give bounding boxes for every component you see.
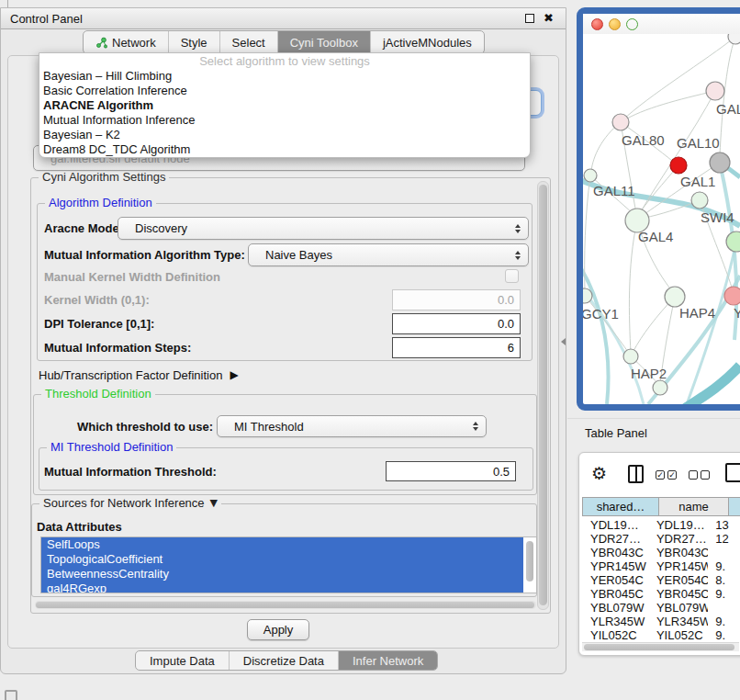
minimize-traffic-light[interactable] xyxy=(609,18,621,30)
tab-jactivemnodules-label: jActiveMNodules xyxy=(383,36,472,50)
aracne-mode-combo[interactable]: Discovery xyxy=(118,217,529,240)
algorithm-dropdown-list: Select algorithm to view settings Bayesi… xyxy=(39,52,531,158)
table-row[interactable]: YDR27… YDR27… 12 xyxy=(582,532,740,546)
float-panel-icon[interactable] xyxy=(525,14,534,23)
which-threshold-combo[interactable]: MI Threshold xyxy=(217,415,487,437)
spinner-arrows-icon xyxy=(515,224,521,233)
table-row[interactable]: YPR145W YPR145W 9. xyxy=(582,559,740,573)
tab-infer-network-label: Infer Network xyxy=(353,654,423,668)
control-panel-titlebar: Control Panel ✖ xyxy=(1,8,566,29)
mi-steps-field[interactable]: 6 xyxy=(392,337,521,358)
list-scrollbar-thumb[interactable] xyxy=(526,541,533,581)
tab-infer-network[interactable]: Infer Network xyxy=(338,651,437,670)
splitpane-handle-icon[interactable] xyxy=(561,338,566,345)
settings-scrollbar-thumb[interactable] xyxy=(539,185,547,605)
node-gal10[interactable] xyxy=(710,152,730,173)
close-traffic-light[interactable] xyxy=(591,18,603,30)
tab-style[interactable]: Style xyxy=(168,31,219,53)
mi-threshold-label: Mutual Information Threshold: xyxy=(44,460,217,482)
column-layout-icon[interactable] xyxy=(628,465,644,483)
dpi-tolerance-field[interactable]: 0.0 xyxy=(392,313,521,334)
manual-kernel-checkbox[interactable] xyxy=(505,269,519,283)
cell-value: 9. xyxy=(708,615,740,628)
dropdown-item[interactable]: Dream8 DC_TDC Algorithm xyxy=(39,142,530,157)
network-canvas[interactable]: GAL GAL80 GAL10 GAL11 GAL1 SWI4 GAL4 GCY… xyxy=(583,34,740,404)
node-red-selected[interactable] xyxy=(670,157,687,174)
sources-group-title: Sources for Network Inference xyxy=(43,496,205,511)
table-row[interactable]: YLR345W YLR345W 9. xyxy=(582,615,740,628)
table-row[interactable]: YBR045C YBR045C 9. xyxy=(582,587,740,601)
table-settings-gear-icon[interactable]: ⚙ xyxy=(591,463,607,483)
dropdown-item[interactable]: Mutual Information Inference xyxy=(39,113,530,128)
settings-hscrollbar-thumb[interactable] xyxy=(36,602,534,608)
table-row[interactable]: YBR043C YBR043C xyxy=(582,546,740,559)
tab-impute-data[interactable]: Impute Data xyxy=(136,651,229,670)
table-hscrollbar-thumb[interactable] xyxy=(584,644,734,650)
cell-shared-name: YER054C xyxy=(582,573,648,587)
apply-button[interactable]: Apply xyxy=(247,619,309,640)
kernel-width-field[interactable]: 0.0 xyxy=(392,289,521,310)
tab-discretize-data[interactable]: Discretize Data xyxy=(229,651,338,670)
divider-line xyxy=(567,418,740,419)
node-gal11[interactable] xyxy=(584,169,597,182)
column-header-partial[interactable]: A xyxy=(729,497,740,516)
minimized-panel-icon[interactable] xyxy=(5,690,17,700)
select-all-columns-icon[interactable]: ✓ ✓ xyxy=(656,470,677,480)
expand-arrow-icon[interactable]: ▶ xyxy=(230,368,238,381)
unchecked-box-icon xyxy=(701,470,710,480)
node-unlabeled[interactable] xyxy=(728,34,740,44)
cell-shared-name: YPR145W xyxy=(582,559,648,573)
node-label: GAL10 xyxy=(677,135,720,151)
node-unlabeled[interactable] xyxy=(653,380,667,395)
node-gal80[interactable] xyxy=(612,114,629,130)
node-swi4[interactable] xyxy=(726,231,740,252)
dropdown-item[interactable]: Bayesian – K2 xyxy=(39,128,530,142)
close-icon[interactable]: ✖ xyxy=(544,11,554,25)
tab-jactivemnodules[interactable]: jActiveMNodules xyxy=(370,31,484,53)
cell-name: YBL079W xyxy=(648,601,708,615)
hub-definition-row[interactable]: Hub/Transcription Factor Definition ▶ xyxy=(39,367,239,383)
cell-value: 8. xyxy=(708,573,740,587)
column-header-shared-name[interactable]: shared… xyxy=(582,497,659,516)
collapse-arrow-icon[interactable]: ▼ xyxy=(210,496,218,511)
tab-cyni-toolbox[interactable]: Cyni Toolbox xyxy=(277,31,370,53)
control-panel-tabs: Network Style Select Cyni Toolbox jActiv… xyxy=(83,30,485,54)
node-gal-partial[interactable] xyxy=(706,82,724,100)
list-item[interactable]: BetweennessCentrality xyxy=(41,567,523,581)
table-row[interactable]: YDL19… YDL19… 13 xyxy=(582,518,740,532)
apply-button-label: Apply xyxy=(263,623,294,637)
node-gal1[interactable] xyxy=(691,192,708,209)
cell-name: YDL19… xyxy=(648,518,708,532)
dropdown-item[interactable]: Bayesian – Hill Climbing xyxy=(39,69,530,84)
node-hap2[interactable] xyxy=(623,349,638,364)
node-gcy1[interactable] xyxy=(583,288,592,303)
zoom-traffic-light[interactable] xyxy=(626,18,638,30)
table-row[interactable]: YER054C YER054C 8. xyxy=(582,573,740,587)
list-item[interactable]: gal4RGexp xyxy=(41,581,523,593)
node-label: GAL xyxy=(716,101,740,117)
column-header-name[interactable]: name xyxy=(659,497,729,516)
table-row[interactable]: YBL079W YBL079W xyxy=(582,601,740,615)
tab-network[interactable]: Network xyxy=(84,31,168,53)
settings-horizontal-scrollbar[interactable] xyxy=(35,601,536,609)
node-y-partial[interactable] xyxy=(724,287,740,305)
mi-type-combo[interactable]: Naive Bayes xyxy=(248,243,529,266)
table-row[interactable]: YIL052C YIL052C 9. xyxy=(582,628,740,640)
deselect-all-columns-icon[interactable] xyxy=(689,470,710,480)
list-item[interactable]: SelfLoops xyxy=(41,537,523,552)
list-item[interactable]: TopologicalCoefficient xyxy=(41,552,523,567)
mi-threshold-field[interactable]: 0.5 xyxy=(386,461,516,481)
unchecked-box-icon xyxy=(689,470,698,480)
settings-vertical-scrollbar[interactable] xyxy=(537,181,549,610)
sources-group-title-wrap[interactable]: Sources for Network Inference ▼ xyxy=(39,496,221,511)
cell-value xyxy=(708,546,740,559)
table-horizontal-scrollbar[interactable] xyxy=(582,642,739,651)
export-table-icon[interactable] xyxy=(725,463,740,482)
cyni-bottom-tabs: Impute Data Discretize Data Infer Networ… xyxy=(135,650,438,671)
dropdown-item[interactable]: Basic Correlation Inference xyxy=(39,84,530,98)
tab-select[interactable]: Select xyxy=(219,31,277,53)
dpi-tolerance-label: DPI Tolerance [0,1]: xyxy=(44,313,154,334)
dropdown-item-highlighted[interactable]: ARACNE Algorithm xyxy=(39,98,530,113)
which-threshold-value: MI Threshold xyxy=(234,420,304,434)
node-hap4[interactable] xyxy=(665,287,685,307)
